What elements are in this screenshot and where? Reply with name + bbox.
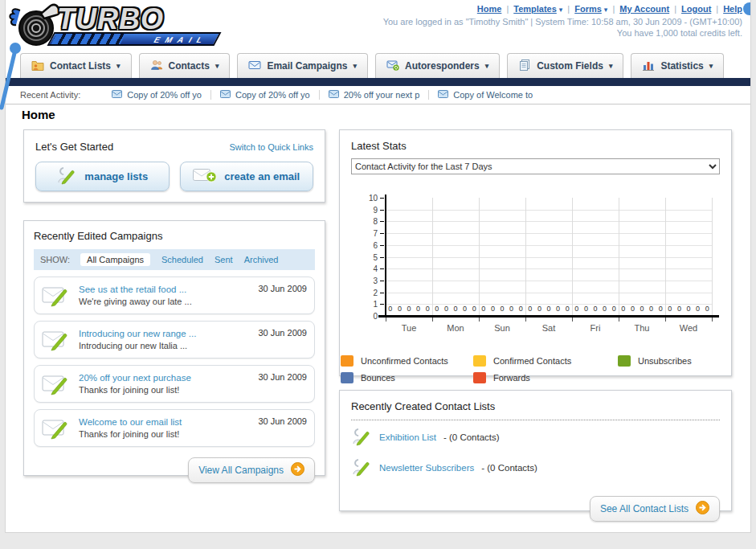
- nav-link-home[interactable]: Home: [477, 4, 502, 14]
- see-all-contact-lists-button[interactable]: See All Contact Lists: [590, 496, 720, 522]
- nav-link-help[interactable]: Help: [723, 4, 742, 14]
- app-window: TURBO EMAIL Home|Templates▾|Forms▾|My Ac…: [5, 0, 751, 533]
- tab-email-campaigns[interactable]: Email Campaigns▾: [237, 53, 368, 78]
- campaign-subtitle: Thanks for joining our list!: [79, 384, 191, 396]
- filter-all-campaigns[interactable]: All Campaigns: [80, 253, 150, 266]
- chevron-down-icon: ▾: [215, 62, 219, 70]
- manage-lists-label: manage lists: [84, 170, 148, 182]
- datapoint-value: 0: [519, 305, 523, 313]
- campaign-row[interactable]: Introducing our new range ...Introducing…: [34, 321, 315, 358]
- y-tick-label: 7: [357, 229, 378, 238]
- y-tick-label: 9: [357, 206, 378, 215]
- campaign-filterbar: SHOW: All CampaignsScheduledSentArchived: [34, 249, 315, 270]
- recent-activity-item[interactable]: Copy of 20% off yo: [103, 90, 210, 100]
- datapoint-value: 0: [631, 305, 635, 313]
- x-tick-label: Thu: [635, 323, 650, 333]
- campaign-title-link[interactable]: Introducing our new range ...: [79, 328, 196, 340]
- datapoint-value: 0: [528, 305, 532, 313]
- contact-activity-chart: 01234567891000000Tue00000Mon00000Sun0000…: [351, 195, 720, 344]
- gridline-v: [432, 198, 433, 316]
- datapoint-value: 0: [509, 305, 513, 313]
- tab-statistics[interactable]: Statistics▾: [631, 53, 724, 78]
- filter-sent[interactable]: Sent: [215, 255, 233, 264]
- legend-swatch: [341, 355, 353, 367]
- datapoint-value: 0: [612, 305, 616, 313]
- tab-autoresponders[interactable]: Autoresponders▾: [375, 53, 500, 78]
- tab-custom-fields[interactable]: Custom Fields▾: [507, 53, 623, 78]
- custom-fields-icon: [518, 59, 531, 74]
- envelope-pencil-icon: [42, 416, 71, 441]
- legend-label: Unconfirmed Contacts: [361, 356, 448, 366]
- x-tick-label: Wed: [680, 323, 697, 333]
- nav-link-my-account[interactable]: My Account: [619, 4, 669, 14]
- contact-list-link[interactable]: Exhibition List: [379, 432, 436, 442]
- gridline-h: [386, 233, 712, 234]
- y-tick: [380, 293, 384, 293]
- x-tick: [386, 318, 386, 322]
- recent-activity-item[interactable]: Copy of 20% off yo: [210, 90, 319, 100]
- x-tick: [525, 318, 526, 322]
- campaign-texts: Welcome to our email listThanks for join…: [79, 416, 182, 440]
- datapoint-value: 0: [407, 305, 411, 313]
- recent-activity-item[interactable]: 20% off your next p: [319, 90, 429, 100]
- gridline-v: [619, 198, 619, 316]
- envelope-plus-icon: [193, 167, 217, 186]
- view-all-campaigns-button[interactable]: View All Campaigns: [188, 457, 315, 483]
- datapoint-value: 0: [537, 305, 541, 313]
- contact-list-link[interactable]: Newsletter Subscribers: [379, 463, 474, 473]
- contact-list-count: - (0 Contacts): [443, 432, 500, 442]
- view-all-campaigns-label: View All Campaigns: [198, 465, 284, 476]
- legend-label: Unsubscribes: [638, 356, 692, 366]
- legend-label: Forwards: [493, 373, 530, 383]
- datapoint-value: 0: [398, 305, 402, 313]
- filter-archived[interactable]: Archived: [244, 255, 279, 264]
- autoresponders-icon: [386, 59, 399, 74]
- campaign-date: 30 Jun 2009: [258, 415, 307, 426]
- nav-link-logout[interactable]: Logout: [681, 4, 711, 14]
- datapoint-value: 0: [566, 305, 570, 313]
- y-tick-label: 10: [357, 194, 378, 203]
- datapoint-value: 0: [696, 305, 700, 313]
- gridline-h: [386, 221, 712, 222]
- campaign-row[interactable]: See us at the retail food ...We're givin…: [34, 277, 315, 314]
- nav-link-templates[interactable]: Templates: [513, 4, 557, 14]
- x-tick: [432, 318, 433, 322]
- tab-label: Custom Fields: [537, 60, 603, 72]
- switch-quick-links-link[interactable]: Switch to Quick Links: [229, 142, 313, 152]
- recent-activity-items: Copy of 20% off yoCopy of 20% off yo20% …: [103, 90, 541, 100]
- datapoint-value: 0: [593, 305, 597, 313]
- x-tick: [479, 318, 480, 322]
- recent-activity-item[interactable]: Copy of Welcome to: [428, 90, 541, 100]
- x-tick-label: Tue: [402, 323, 417, 333]
- recent-activity-text: Copy of Welcome to: [453, 90, 533, 100]
- stats-range-select[interactable]: Contact Activity for the Last 7 Days: [351, 158, 720, 174]
- tab-contact-lists[interactable]: Contact Lists▾: [20, 53, 132, 78]
- tab-label: Contact Lists: [50, 60, 111, 72]
- legend-label: Bounces: [361, 373, 395, 383]
- nav-link-forms[interactable]: Forms: [574, 4, 602, 14]
- contact-lists-icon: [31, 59, 44, 74]
- contacts-icon: [150, 59, 163, 74]
- campaign-subtitle: We're giving away our late ...: [79, 296, 192, 308]
- filter-scheduled[interactable]: Scheduled: [161, 255, 203, 264]
- datapoint-value: 0: [668, 305, 672, 313]
- show-label: SHOW:: [40, 255, 70, 264]
- latest-stats-panel: Latest Stats Contact Activity for the La…: [339, 129, 732, 376]
- x-axis: [378, 315, 719, 318]
- datapoint-value: 0: [621, 305, 625, 313]
- gridline-v: [479, 198, 480, 316]
- campaign-title-link[interactable]: 20% off your next purchase: [79, 372, 191, 384]
- campaign-title-link[interactable]: See us at the retail food ...: [79, 284, 192, 296]
- campaign-row[interactable]: Welcome to our email listThanks for join…: [34, 409, 315, 447]
- chevron-down-icon: ▾: [609, 62, 613, 70]
- y-axis: [385, 195, 386, 316]
- recent-activity-bar: Recent Activity: Copy of 20% off yoCopy …: [6, 86, 750, 104]
- contact-list-items: Exhibition List - (0 Contacts)Newsletter…: [351, 422, 720, 483]
- manage-lists-button[interactable]: manage lists: [35, 162, 170, 191]
- nav-separator: |: [612, 4, 615, 14]
- campaign-row[interactable]: 20% off your next purchaseThanks for joi…: [34, 365, 315, 403]
- tab-contacts[interactable]: Contacts▾: [139, 53, 231, 78]
- create-email-button[interactable]: create an email: [180, 162, 314, 191]
- campaign-title-link[interactable]: Welcome to our email list: [79, 416, 182, 428]
- contact-list-row: Newsletter Subscribers - (0 Contacts): [351, 453, 720, 483]
